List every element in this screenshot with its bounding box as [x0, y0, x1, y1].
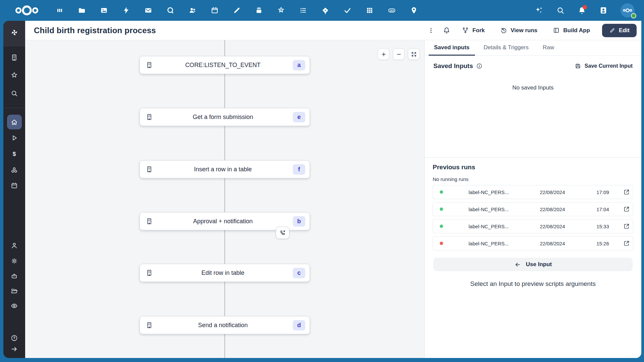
select-input-hint: Select an Input to preview scripts argum…	[425, 280, 641, 288]
activity-icon[interactable]	[122, 6, 130, 14]
avatar[interactable]	[621, 3, 635, 17]
info-icon[interactable]	[476, 63, 483, 69]
suspend-approval-button[interactable]	[276, 227, 289, 239]
run-date: 22/08/2024	[522, 241, 583, 246]
run-time: 15:33	[583, 224, 623, 229]
more-options-button[interactable]	[425, 24, 437, 37]
node-label: Send a notification	[153, 322, 293, 329]
flow-node-approval-notification[interactable]: Approval + notification b	[140, 212, 310, 230]
open-run-link[interactable]	[623, 205, 630, 213]
open-run-link[interactable]	[623, 240, 630, 247]
flow-node-send-notification[interactable]: Send a notification d	[140, 316, 310, 334]
run-time: 15:26	[583, 241, 623, 246]
building-icon	[146, 218, 153, 225]
run-row[interactable]: label-NC_PERS... 22/08/2024 15:33	[433, 219, 633, 233]
fit-view-button[interactable]	[408, 48, 420, 60]
ocs-icon[interactable]: ocs	[388, 6, 396, 14]
sidebar-item-groups[interactable]	[10, 302, 18, 310]
flow-node-edit-row[interactable]: Edit row in table c	[140, 264, 310, 282]
sidebar-item-favorites[interactable]	[10, 71, 18, 79]
building-icon	[146, 166, 153, 173]
sidebar-item-user[interactable]	[10, 241, 18, 249]
avatar-logo-icon	[623, 8, 633, 13]
run-row[interactable]: label-NC_PERS... 22/08/2024 15:26	[433, 236, 633, 250]
appointments-icon[interactable]	[321, 6, 329, 14]
zoom-out-button[interactable]	[393, 48, 405, 60]
sidebar-collapse-arrow[interactable]	[10, 345, 18, 353]
calendar-icon[interactable]	[211, 6, 219, 14]
files-icon[interactable]	[78, 6, 86, 14]
sidebar-item-resources[interactable]	[10, 166, 18, 174]
no-running-runs-message: No running runs	[433, 176, 633, 182]
recognize-icon[interactable]	[277, 6, 285, 14]
windmill-sidebar: $ ?	[3, 21, 25, 358]
sidebar-item-home[interactable]	[7, 115, 22, 129]
node-label: Edit row in table	[153, 269, 293, 277]
tasks-icon[interactable]	[343, 6, 352, 14]
open-run-link[interactable]	[623, 223, 630, 230]
run-date: 22/08/2024	[522, 224, 583, 229]
open-run-link[interactable]	[623, 188, 630, 196]
sidebar-item-workers[interactable]	[10, 272, 18, 280]
maps-icon[interactable]	[410, 6, 418, 14]
sidebar-item-settings[interactable]	[10, 257, 18, 265]
external-link-icon	[623, 240, 630, 247]
tab-saved-inputs[interactable]: Saved inputs	[429, 40, 475, 56]
talk-icon[interactable]	[166, 6, 174, 14]
contacts-book-icon[interactable]	[599, 6, 608, 15]
contacts-icon[interactable]	[189, 6, 197, 14]
flow-node-listen-to-event[interactable]: CORE:LISTEN_TO_EVENT a	[140, 56, 310, 74]
fork-button[interactable]: Fork	[456, 24, 491, 37]
save-current-input-label: Save Current Input	[585, 63, 633, 69]
sidebar-item-runs[interactable]	[10, 134, 18, 142]
app-layout-icon	[553, 27, 560, 34]
run-time: 17:04	[583, 206, 623, 212]
tab-details-triggers[interactable]: Details & Triggers	[478, 40, 534, 56]
svg-text:$: $	[13, 150, 16, 157]
sidebar-item-workspace[interactable]	[10, 53, 18, 61]
sidebar-item-help[interactable]: ?	[10, 334, 18, 342]
dashboard-icon[interactable]	[56, 6, 64, 14]
nextcloud-logo[interactable]	[13, 5, 40, 16]
run-row[interactable]: label-NC_PERS... 22/08/2024 17:09	[433, 185, 633, 199]
plus-icon	[381, 51, 387, 57]
notifications-button[interactable]	[440, 24, 452, 37]
node-label: Get a form submission	[153, 114, 293, 121]
external-link-icon	[623, 189, 630, 195]
no-saved-inputs-message: No saved Inputs	[433, 84, 633, 91]
flow-connector-line	[224, 40, 225, 358]
tables-icon[interactable]	[366, 6, 374, 14]
edit-button[interactable]: Edit	[602, 24, 637, 37]
sidebar-item-variables[interactable]: $	[10, 150, 18, 158]
previous-runs-section: Previous runs No running runs label-NC_P…	[425, 157, 641, 250]
deck-icon[interactable]	[255, 6, 263, 14]
photos-icon[interactable]	[100, 6, 108, 14]
zoom-in-button[interactable]	[378, 48, 389, 60]
save-current-input-button[interactable]: Save Current Input	[575, 63, 633, 69]
flow-node-form-submission[interactable]: Get a form submission e	[140, 108, 310, 126]
tab-raw[interactable]: Raw	[537, 40, 559, 56]
flow-node-insert-row[interactable]: Insert a row in a table f	[140, 160, 310, 178]
inputs-panel: Saved inputs Details & Triggers Raw Save…	[425, 40, 641, 358]
external-link-icon	[623, 223, 630, 230]
use-input-label: Use Input	[526, 261, 552, 268]
view-runs-button[interactable]: View runs	[494, 24, 543, 37]
flow-canvas[interactable]: CORE:LISTEN_TO_EVENT a Get a form submis…	[25, 40, 425, 358]
run-status-dot	[440, 190, 443, 194]
windmill-logo-icon[interactable]	[10, 28, 18, 37]
notifications-icon[interactable]	[578, 6, 586, 15]
panel-tabs: Saved inputs Details & Triggers Raw	[425, 40, 641, 56]
search-icon[interactable]	[556, 6, 565, 15]
checklist-icon[interactable]	[299, 6, 307, 14]
assistant-icon[interactable]	[535, 6, 543, 15]
mail-icon[interactable]	[144, 6, 152, 14]
run-row[interactable]: label-NC_PERS... 22/08/2024 17:04	[433, 202, 633, 216]
saved-inputs-title-text: Saved Inputs	[433, 62, 473, 70]
sidebar-item-search[interactable]	[10, 89, 18, 97]
sidebar-divider	[3, 108, 25, 108]
notes-icon[interactable]	[233, 6, 241, 14]
sidebar-item-folders[interactable]	[10, 287, 18, 295]
use-input-button[interactable]: Use Input	[433, 258, 633, 271]
build-app-button[interactable]: Build App	[547, 24, 596, 37]
sidebar-item-schedules[interactable]	[10, 181, 18, 189]
